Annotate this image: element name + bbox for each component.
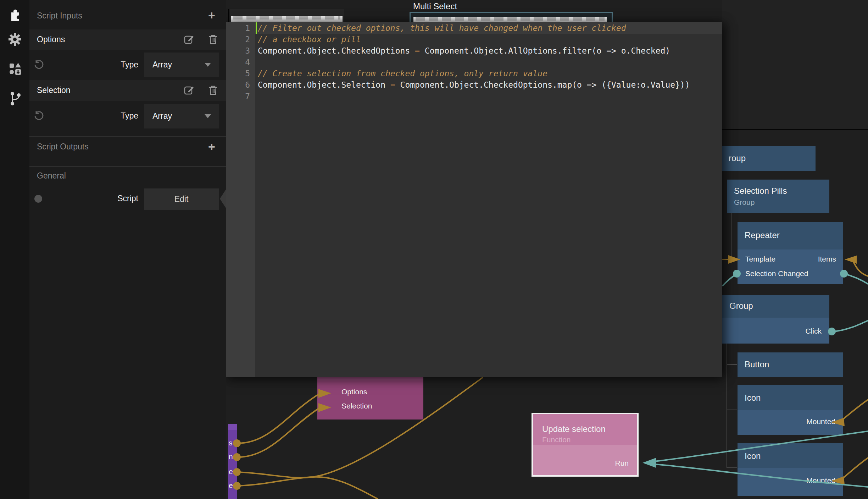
input-name: Options: [37, 35, 65, 44]
type-value: Array: [152, 111, 172, 121]
preview-checkbox-row: [233, 16, 340, 20]
line-number: 2: [229, 34, 250, 45]
script-row: Script Edit: [29, 188, 226, 210]
modules-icon[interactable]: [7, 61, 22, 76]
port-options[interactable]: Options: [341, 388, 367, 396]
node-icon-top[interactable]: Icon Mounted: [738, 385, 843, 435]
divider: [29, 136, 226, 137]
code-line[interactable]: Component.Object.Selection = Component.O…: [258, 79, 690, 91]
node-repeater[interactable]: Repeater Template Items Selection Change…: [738, 222, 843, 284]
line-number: 5: [229, 68, 250, 79]
type-dropdown[interactable]: Array: [144, 53, 219, 77]
settings-gear-icon[interactable]: [7, 32, 22, 47]
script-outputs-header: Script Outputs: [37, 142, 89, 152]
port-selection[interactable]: Selection: [341, 402, 372, 410]
port-mounted[interactable]: Mounted: [806, 476, 835, 485]
port-click[interactable]: Click: [806, 327, 822, 335]
node-title: Group: [729, 301, 753, 311]
port-items[interactable]: Items: [818, 255, 836, 263]
port-run[interactable]: Run: [615, 459, 629, 467]
chevron-down-icon: [205, 114, 211, 118]
node-purple-cut[interactable]: s n e e: [228, 424, 237, 499]
code-line[interactable]: // Filter out checked options, this will…: [258, 22, 626, 34]
node-title: Update selection: [542, 424, 606, 434]
port-fragment: e: [229, 481, 233, 490]
input-type-row: Type Array: [29, 50, 226, 80]
node-icon-bottom[interactable]: Icon Mounted: [738, 443, 843, 496]
components-puzzle-icon[interactable]: [7, 7, 22, 22]
input-name: Selection: [37, 86, 71, 95]
node-subtitle: Function: [542, 435, 571, 444]
type-dropdown[interactable]: Array: [144, 104, 219, 128]
port-fragment: n: [229, 453, 233, 461]
code-line[interactable]: Component.Object.CheckedOptions = Compon…: [258, 45, 670, 56]
edit-input-icon[interactable]: [183, 34, 195, 47]
editor-tooltip-arrow: [220, 190, 226, 208]
edit-input-icon[interactable]: [183, 85, 195, 98]
preview-checkbox-row: [416, 17, 605, 21]
version-branch-icon[interactable]: [7, 91, 22, 106]
node-title: roup: [729, 153, 746, 163]
general-header: General: [37, 171, 66, 181]
canvas-horizontal-divider: [722, 129, 868, 130]
code-line[interactable]: // a checkbox or pill: [258, 34, 361, 45]
line-number: 3: [229, 45, 250, 56]
add-script-output-button[interactable]: +: [208, 141, 215, 152]
editor-caret: [256, 22, 257, 34]
node-title: Repeater: [745, 230, 780, 240]
port-fragment: e: [229, 467, 233, 476]
icon-rail: [0, 0, 29, 499]
port-mounted[interactable]: Mounted: [806, 417, 835, 426]
node-subtitle: Group: [734, 198, 755, 207]
chevron-down-icon: [205, 63, 211, 67]
edit-button-label: Edit: [174, 194, 189, 204]
component-preview-left: [228, 9, 344, 22]
teal-arrowheads: [642, 458, 656, 468]
delete-input-icon[interactable]: [208, 34, 218, 46]
reset-icon[interactable]: [34, 111, 44, 123]
type-value: Array: [152, 60, 172, 70]
type-label: Type: [98, 60, 138, 70]
node-group[interactable]: Group Click: [722, 295, 829, 344]
multi-select-label: Multi Select: [413, 1, 457, 11]
add-script-input-button[interactable]: +: [208, 10, 215, 21]
node-update-selection[interactable]: Update selection Function Run: [532, 413, 639, 477]
edit-script-button[interactable]: Edit: [144, 188, 219, 210]
connection-dot: [34, 195, 42, 203]
input-type-row: Type Array: [29, 101, 226, 131]
port-template[interactable]: Template: [745, 255, 775, 263]
port-selection-changed[interactable]: Selection Changed: [745, 269, 808, 278]
code-editor[interactable]: 1234567 // Filter out checked options, t…: [226, 22, 722, 377]
canvas-top-right-region: [722, 0, 868, 129]
line-number: 6: [229, 79, 250, 91]
properties-panel: Script Inputs + Options: [29, 0, 226, 499]
divider: [29, 166, 226, 167]
script-label: Script: [90, 194, 138, 203]
type-label: Type: [98, 111, 138, 121]
delete-input-icon[interactable]: [208, 84, 218, 97]
node-button[interactable]: Button: [738, 352, 843, 377]
code-line[interactable]: // Create selection from checked options…: [258, 68, 547, 79]
preview-bar: [231, 16, 343, 22]
node-title: Icon: [745, 451, 761, 461]
port-fragment: s: [229, 439, 233, 447]
editor-gutter: 1234567: [226, 22, 255, 377]
line-number: 1: [229, 22, 250, 34]
reset-icon[interactable]: [34, 60, 44, 72]
node-title: Button: [745, 360, 769, 369]
line-number: 4: [229, 56, 250, 68]
script-inputs-header: Script Inputs: [37, 11, 82, 21]
node-selection-pills[interactable]: Selection Pills Group: [727, 180, 829, 213]
input-row-selection[interactable]: Selection: [29, 80, 226, 101]
input-row-options[interactable]: Options: [29, 29, 226, 50]
line-number: 7: [229, 91, 250, 102]
node-title: Selection Pills: [734, 186, 787, 196]
app-root: Multi Select roup Selection Pills Group …: [0, 0, 868, 499]
node-object-ports[interactable]: Options Selection: [317, 377, 423, 420]
node-title: Icon: [745, 393, 761, 403]
node-group-cut[interactable]: roup: [722, 146, 816, 171]
